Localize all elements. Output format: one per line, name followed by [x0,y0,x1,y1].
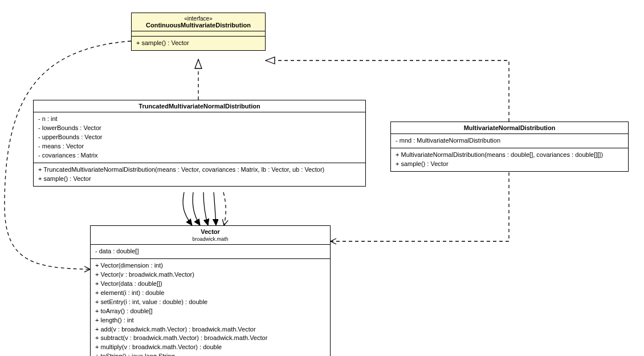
operation: + toString() : java.lang.String [95,352,325,356]
operation: + sample() : Vector [396,160,623,169]
class-title: «interface» ContinuousMultivariateDistri… [132,13,265,31]
edge-truncated-vector-dep [223,192,226,225]
class-multivariatenormaldistribution: MultivariateNormalDistribution - mnd : M… [390,122,629,172]
operation: + TruncatedMultivariateNormalDistributio… [38,165,361,175]
class-name: MultivariateNormalDistribution [464,124,556,131]
class-vector: Vector broadwick.math - data : double[] … [90,225,331,356]
ops-compartment: + TruncatedMultivariateNormalDistributio… [34,163,365,186]
operation: + Vector(data : double[]) [95,280,325,289]
class-name: Vector [201,228,220,235]
operation: + toArray() : double[] [95,307,325,316]
attribute: - mnd : MultivariateNormalDistribution [396,136,623,145]
attrs-compartment: - n : int - lowerBounds : Vector - upper… [34,112,365,163]
operation: + length() : int [95,316,325,325]
attribute: - lowerBounds : Vector [38,124,361,133]
ops-compartment: + sample() : Vector [132,37,265,50]
uml-canvas: «interface» ContinuousMultivariateDistri… [0,0,644,356]
class-package: broadwick.math [96,236,324,242]
attrs-compartment [132,31,265,37]
attribute: - upperBounds : Vector [38,133,361,142]
operation: + Vector(dimension : int) [95,261,325,270]
edge-truncated-vector-2 [193,192,200,225]
edge-truncated-vector-1 [183,192,192,225]
class-title: MultivariateNormalDistribution [391,122,628,134]
operation: + sample() : Vector [136,39,260,48]
class-title: TruncatedMultivariateNormalDistribution [34,100,365,112]
class-interface-continuousmultivariatedistribution: «interface» ContinuousMultivariateDistri… [131,13,266,51]
ops-compartment: + Vector(dimension : int) + Vector(v : b… [91,259,330,356]
attrs-compartment: - mnd : MultivariateNormalDistribution [391,134,628,148]
operation: + element(i : int) : double [95,289,325,298]
operation: + Vector(v : broadwick.math.Vector) [95,270,325,280]
operation: + add(v : broadwick.math.Vector) : broad… [95,325,325,334]
ops-compartment: + MultivariateNormalDistribution(means :… [391,148,628,171]
edge-truncated-vector-3 [203,192,208,225]
operation: + sample() : Vector [38,175,361,184]
class-truncatedmultivariatenormaldistribution: TruncatedMultivariateNormalDistribution … [33,100,366,187]
attrs-compartment: - data : double[] [91,245,330,259]
class-name: TruncatedMultivariateNormalDistribution [138,103,260,110]
operation: + subtract(v : broadwick.math.Vector) : … [95,334,325,343]
operation: + MultivariateNormalDistribution(means :… [396,151,623,160]
class-title: Vector broadwick.math [91,226,330,245]
attribute: - n : int [38,115,361,124]
class-name: ContinuousMultivariateDistribution [146,22,251,29]
attribute: - means : Vector [38,142,361,151]
operation: + multiply(v : broadwick.math.Vector) : … [95,343,325,352]
stereotype-label: «interface» [137,15,259,22]
attribute: - covariances : Matrix [38,151,361,160]
operation: + setEntry(i : int, value : double) : do… [95,298,325,307]
edge-truncated-vector-4 [214,192,216,225]
attribute: - data : double[] [95,247,325,256]
